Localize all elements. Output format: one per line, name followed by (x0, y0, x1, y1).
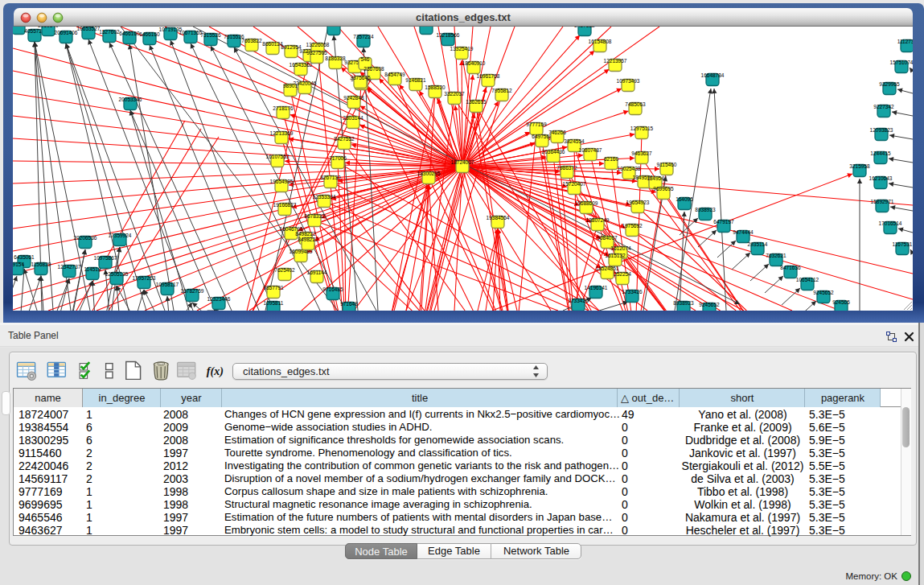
svg-text:20206536: 20206536 (74, 235, 97, 241)
svg-text:18640910: 18640910 (462, 60, 486, 66)
svg-text:252254: 252254 (614, 271, 631, 277)
svg-text:10807487: 10807487 (579, 147, 602, 153)
svg-text:12093823: 12093823 (870, 127, 893, 133)
svg-text:12213369: 12213369 (270, 130, 294, 136)
svg-text:546: 546 (361, 56, 370, 62)
svg-text:16782759: 16782759 (181, 288, 204, 294)
svg-text:2367608: 2367608 (363, 66, 384, 72)
svg-text:1156829: 1156829 (31, 262, 51, 267)
svg-text:8912954: 8912954 (281, 44, 302, 50)
svg-text:12975115: 12975115 (630, 126, 654, 131)
svg-text:2803144: 2803144 (343, 115, 363, 121)
svg-text:3215958: 3215958 (849, 163, 870, 169)
svg-text:1112731: 1112731 (897, 39, 913, 44)
svg-text:7625402: 7625402 (274, 267, 295, 273)
svg-text:2487682: 2487682 (574, 27, 595, 28)
svg-text:18807249: 18807249 (586, 217, 610, 223)
svg-text:1527602: 1527602 (99, 29, 120, 35)
svg-text:1167531: 1167531 (893, 241, 913, 247)
svg-text:184954: 184954 (647, 175, 664, 181)
svg-text:971648: 971648 (340, 301, 358, 307)
svg-text:1244415: 1244415 (870, 150, 891, 156)
svg-text:9857791: 9857791 (263, 285, 284, 290)
svg-text:1362615: 1362615 (466, 99, 487, 105)
svg-text:12323446: 12323446 (207, 296, 231, 302)
svg-text:f(x): f(x) (207, 365, 224, 378)
svg-text:3824554: 3824554 (564, 138, 585, 144)
svg-text:924565: 924565 (832, 299, 850, 305)
svg-text:18524851: 18524851 (596, 266, 619, 271)
svg-text:2935114: 2935114 (748, 241, 768, 247)
svg-text:16648784: 16648784 (701, 72, 725, 78)
svg-text:20364436: 20364436 (542, 149, 565, 154)
svg-text:39154: 39154 (13, 262, 24, 267)
svg-text:17359924: 17359924 (109, 233, 132, 238)
svg-text:19654923: 19654923 (626, 200, 650, 205)
svg-text:1095811: 1095811 (264, 300, 284, 306)
svg-text:16961758: 16961758 (477, 73, 500, 79)
svg-text:13226058: 13226058 (306, 42, 330, 47)
svg-text:6466160: 6466160 (119, 31, 140, 36)
svg-text:12213957: 12213957 (604, 58, 627, 64)
svg-text:15751074: 15751074 (890, 60, 913, 65)
svg-text:164095: 164095 (676, 196, 693, 202)
svg-text:19654985: 19654985 (270, 179, 294, 184)
svg-text:9716485: 9716485 (322, 286, 343, 292)
svg-text:10025438: 10025438 (618, 166, 641, 171)
svg-text:9146821: 9146821 (405, 77, 426, 83)
svg-text:10654112: 10654112 (796, 277, 819, 282)
svg-text:9777169: 9777169 (526, 122, 547, 127)
svg-text:8660124: 8660124 (262, 41, 283, 47)
svg-text:9227342: 9227342 (873, 104, 894, 109)
svg-text:8938923: 8938923 (695, 207, 716, 212)
svg-text:10973493: 10973493 (617, 78, 640, 84)
svg-text:10688609: 10688609 (575, 200, 598, 206)
svg-text:12505135: 12505135 (105, 271, 129, 277)
svg-text:2718176: 2718176 (273, 105, 294, 111)
svg-text:3375645: 3375645 (350, 75, 371, 80)
svg-text:3322037: 3322037 (444, 91, 465, 97)
svg-text:16210643: 16210643 (869, 175, 893, 181)
svg-text:16107553: 16107553 (266, 154, 290, 159)
svg-text:13218566: 13218566 (437, 32, 460, 38)
svg-text:9474444: 9474444 (733, 229, 754, 235)
svg-text:98901: 98901 (283, 83, 298, 89)
svg-text:7986372: 7986372 (556, 165, 577, 171)
svg-text:10653527: 10653527 (77, 27, 101, 31)
svg-text:15720407: 15720407 (563, 181, 586, 187)
svg-text:9242848: 9242848 (343, 95, 364, 101)
svg-text:1733426: 1733426 (622, 289, 643, 295)
svg-text:8471636: 8471636 (780, 265, 801, 270)
svg-text:19166827: 19166827 (273, 202, 297, 208)
svg-text:1615132: 1615132 (605, 253, 626, 258)
svg-text:9115460: 9115460 (657, 162, 677, 167)
svg-text:7485063: 7485063 (625, 101, 646, 107)
svg-text:6466160: 6466160 (139, 31, 160, 37)
svg-text:13325419: 13325419 (450, 46, 474, 51)
svg-text:15892971: 15892971 (871, 199, 894, 204)
svg-text:7663822: 7663822 (241, 38, 262, 43)
svg-text:1612074: 1612074 (610, 245, 631, 251)
svg-text:9463627: 9463627 (631, 150, 652, 156)
svg-text:8427552: 8427552 (334, 136, 355, 142)
svg-text:9327505: 9327505 (306, 50, 327, 56)
svg-text:9084067: 9084067 (597, 235, 618, 241)
svg-text:9245652: 9245652 (813, 290, 834, 295)
svg-text:8454749: 8454749 (384, 72, 405, 77)
svg-text:10958117: 10958117 (156, 282, 179, 287)
svg-text:10975867: 10975867 (94, 255, 117, 261)
svg-text:14196141: 14196141 (585, 285, 608, 290)
svg-text:1588520: 1588520 (425, 84, 446, 90)
svg-text:8267130: 8267130 (320, 175, 341, 180)
svg-text:7955812: 7955812 (491, 88, 512, 93)
svg-text:8186328: 8186328 (325, 56, 346, 61)
svg-text:18724007: 18724007 (451, 159, 474, 165)
svg-text:12353394: 12353394 (313, 194, 336, 200)
svg-text:7632621: 7632621 (766, 253, 786, 258)
svg-text:12342737: 12342737 (58, 264, 81, 270)
svg-text:1975692: 1975692 (622, 223, 643, 229)
svg-text:16543362: 16543362 (290, 62, 313, 68)
svg-text:717006: 717006 (329, 155, 347, 161)
svg-text:1733426: 1733426 (568, 298, 589, 303)
svg-text:16033809: 16033809 (322, 27, 346, 27)
